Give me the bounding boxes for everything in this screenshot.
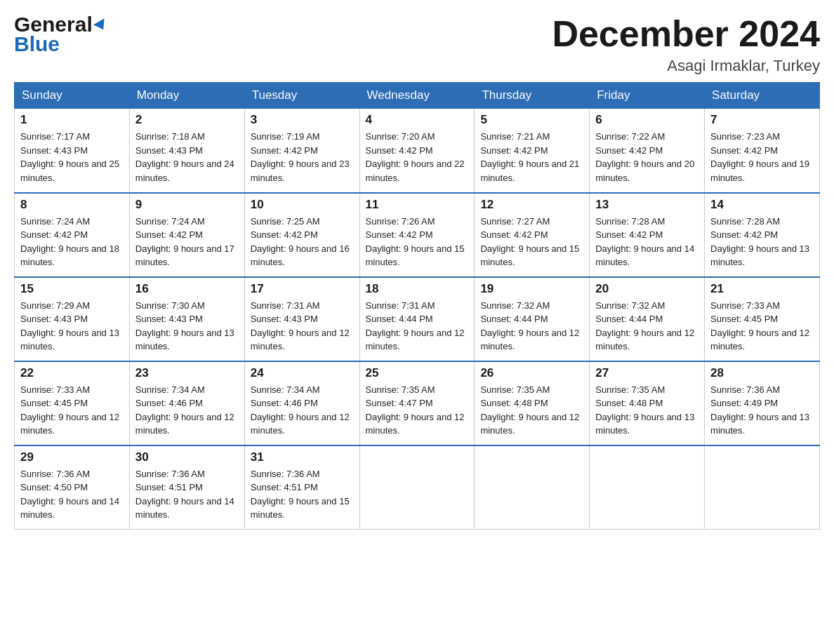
- day-number-19: 19: [480, 282, 583, 296]
- header-tuesday: Tuesday: [244, 83, 359, 109]
- week-row-4: 22Sunrise: 7:33 AMSunset: 4:45 PMDayligh…: [15, 361, 820, 445]
- day-cell-28: 28Sunrise: 7:36 AMSunset: 4:49 PMDayligh…: [705, 361, 820, 445]
- day-info-19: Sunrise: 7:32 AMSunset: 4:44 PMDaylight:…: [480, 299, 583, 354]
- day-info-2: Sunrise: 7:18 AMSunset: 4:43 PMDaylight:…: [135, 130, 239, 185]
- day-number-3: 3: [251, 113, 354, 127]
- day-cell-18: 18Sunrise: 7:31 AMSunset: 4:44 PMDayligh…: [359, 277, 475, 361]
- day-number-11: 11: [366, 198, 469, 212]
- day-cell-20: 20Sunrise: 7:32 AMSunset: 4:44 PMDayligh…: [590, 277, 705, 361]
- day-info-18: Sunrise: 7:31 AMSunset: 4:44 PMDaylight:…: [366, 299, 469, 354]
- day-cell-6: 6Sunrise: 7:22 AMSunset: 4:42 PMDaylight…: [590, 109, 705, 193]
- day-cell-31: 31Sunrise: 7:36 AMSunset: 4:51 PMDayligh…: [244, 445, 359, 530]
- logo: General Blue: [14, 14, 107, 55]
- day-info-21: Sunrise: 7:33 AMSunset: 4:45 PMDaylight:…: [710, 299, 814, 354]
- day-number-7: 7: [710, 113, 814, 127]
- day-number-16: 16: [135, 282, 239, 296]
- day-info-14: Sunrise: 7:28 AMSunset: 4:42 PMDaylight:…: [710, 215, 814, 269]
- day-number-20: 20: [595, 282, 699, 296]
- day-info-12: Sunrise: 7:27 AMSunset: 4:42 PMDaylight:…: [480, 215, 583, 269]
- day-cell-29: 29Sunrise: 7:36 AMSunset: 4:50 PMDayligh…: [15, 445, 130, 530]
- day-cell-12: 12Sunrise: 7:27 AMSunset: 4:42 PMDayligh…: [475, 193, 590, 277]
- day-number-8: 8: [20, 198, 124, 212]
- day-info-5: Sunrise: 7:21 AMSunset: 4:42 PMDaylight:…: [480, 130, 583, 185]
- day-cell-15: 15Sunrise: 7:29 AMSunset: 4:43 PMDayligh…: [15, 277, 130, 361]
- day-cell-9: 9Sunrise: 7:24 AMSunset: 4:42 PMDaylight…: [129, 193, 244, 277]
- logo-line2: Blue: [14, 34, 107, 55]
- day-number-14: 14: [710, 198, 814, 212]
- header-monday: Monday: [129, 83, 244, 109]
- day-number-18: 18: [366, 282, 469, 296]
- day-number-12: 12: [480, 198, 583, 212]
- day-info-9: Sunrise: 7:24 AMSunset: 4:42 PMDaylight:…: [135, 215, 239, 269]
- month-title: December 2024: [552, 14, 820, 54]
- day-number-21: 21: [710, 282, 814, 296]
- day-number-4: 4: [366, 113, 469, 127]
- day-info-22: Sunrise: 7:33 AMSunset: 4:45 PMDaylight:…: [20, 383, 124, 438]
- day-info-25: Sunrise: 7:35 AMSunset: 4:47 PMDaylight:…: [366, 383, 469, 438]
- week-row-1: 1Sunrise: 7:17 AMSunset: 4:43 PMDaylight…: [15, 109, 820, 193]
- day-cell-2: 2Sunrise: 7:18 AMSunset: 4:43 PMDaylight…: [129, 109, 244, 193]
- day-info-15: Sunrise: 7:29 AMSunset: 4:43 PMDaylight:…: [20, 299, 124, 354]
- day-cell-25: 25Sunrise: 7:35 AMSunset: 4:47 PMDayligh…: [359, 361, 475, 445]
- day-number-28: 28: [710, 366, 814, 380]
- empty-cell: [359, 445, 475, 530]
- day-info-31: Sunrise: 7:36 AMSunset: 4:51 PMDaylight:…: [251, 467, 354, 522]
- empty-cell: [590, 445, 705, 530]
- header-wednesday: Wednesday: [359, 83, 475, 109]
- day-number-25: 25: [366, 366, 469, 380]
- day-cell-1: 1Sunrise: 7:17 AMSunset: 4:43 PMDaylight…: [15, 109, 130, 193]
- day-cell-27: 27Sunrise: 7:35 AMSunset: 4:48 PMDayligh…: [590, 361, 705, 445]
- header-friday: Friday: [590, 83, 705, 109]
- day-cell-8: 8Sunrise: 7:24 AMSunset: 4:42 PMDaylight…: [15, 193, 130, 277]
- day-cell-22: 22Sunrise: 7:33 AMSunset: 4:45 PMDayligh…: [15, 361, 130, 445]
- day-info-28: Sunrise: 7:36 AMSunset: 4:49 PMDaylight:…: [710, 383, 814, 438]
- day-info-30: Sunrise: 7:36 AMSunset: 4:51 PMDaylight:…: [135, 467, 239, 522]
- day-info-4: Sunrise: 7:20 AMSunset: 4:42 PMDaylight:…: [366, 130, 469, 185]
- day-number-9: 9: [135, 198, 239, 212]
- day-number-29: 29: [20, 450, 124, 464]
- day-number-13: 13: [595, 198, 699, 212]
- day-info-27: Sunrise: 7:35 AMSunset: 4:48 PMDaylight:…: [595, 383, 699, 438]
- day-cell-23: 23Sunrise: 7:34 AMSunset: 4:46 PMDayligh…: [129, 361, 244, 445]
- day-info-1: Sunrise: 7:17 AMSunset: 4:43 PMDaylight:…: [20, 130, 124, 185]
- day-number-10: 10: [251, 198, 354, 212]
- header-sunday: Sunday: [15, 83, 130, 109]
- logo-arrow-icon: [95, 14, 107, 35]
- day-info-6: Sunrise: 7:22 AMSunset: 4:42 PMDaylight:…: [595, 130, 699, 185]
- day-cell-30: 30Sunrise: 7:36 AMSunset: 4:51 PMDayligh…: [129, 445, 244, 530]
- location: Asagi Irmaklar, Turkey: [552, 57, 820, 75]
- day-cell-10: 10Sunrise: 7:25 AMSunset: 4:42 PMDayligh…: [244, 193, 359, 277]
- day-number-5: 5: [480, 113, 583, 127]
- day-cell-5: 5Sunrise: 7:21 AMSunset: 4:42 PMDaylight…: [475, 109, 590, 193]
- day-number-15: 15: [20, 282, 124, 296]
- day-cell-19: 19Sunrise: 7:32 AMSunset: 4:44 PMDayligh…: [475, 277, 590, 361]
- header-saturday: Saturday: [705, 83, 820, 109]
- day-cell-24: 24Sunrise: 7:34 AMSunset: 4:46 PMDayligh…: [244, 361, 359, 445]
- day-info-8: Sunrise: 7:24 AMSunset: 4:42 PMDaylight:…: [20, 215, 124, 269]
- day-cell-13: 13Sunrise: 7:28 AMSunset: 4:42 PMDayligh…: [590, 193, 705, 277]
- calendar-table: SundayMondayTuesdayWednesdayThursdayFrid…: [14, 82, 820, 530]
- day-cell-11: 11Sunrise: 7:26 AMSunset: 4:42 PMDayligh…: [359, 193, 475, 277]
- day-info-23: Sunrise: 7:34 AMSunset: 4:46 PMDaylight:…: [135, 383, 239, 438]
- day-info-26: Sunrise: 7:35 AMSunset: 4:48 PMDaylight:…: [480, 383, 583, 438]
- day-number-30: 30: [135, 450, 239, 464]
- title-block: December 2024 Asagi Irmaklar, Turkey: [552, 14, 820, 75]
- header-thursday: Thursday: [475, 83, 590, 109]
- day-info-3: Sunrise: 7:19 AMSunset: 4:42 PMDaylight:…: [251, 130, 354, 185]
- day-number-24: 24: [251, 366, 354, 380]
- week-row-5: 29Sunrise: 7:36 AMSunset: 4:50 PMDayligh…: [15, 445, 820, 530]
- calendar-header-row: SundayMondayTuesdayWednesdayThursdayFrid…: [15, 83, 820, 109]
- day-cell-16: 16Sunrise: 7:30 AMSunset: 4:43 PMDayligh…: [129, 277, 244, 361]
- day-number-26: 26: [480, 366, 583, 380]
- day-cell-7: 7Sunrise: 7:23 AMSunset: 4:42 PMDaylight…: [705, 109, 820, 193]
- day-number-23: 23: [135, 366, 239, 380]
- empty-cell: [705, 445, 820, 530]
- day-cell-3: 3Sunrise: 7:19 AMSunset: 4:42 PMDaylight…: [244, 109, 359, 193]
- day-number-6: 6: [595, 113, 699, 127]
- day-info-24: Sunrise: 7:34 AMSunset: 4:46 PMDaylight:…: [251, 383, 354, 438]
- day-number-22: 22: [20, 366, 124, 380]
- day-number-2: 2: [135, 113, 239, 127]
- page-header: General Blue December 2024 Asagi Irmakla…: [14, 14, 820, 75]
- day-cell-14: 14Sunrise: 7:28 AMSunset: 4:42 PMDayligh…: [705, 193, 820, 277]
- day-info-13: Sunrise: 7:28 AMSunset: 4:42 PMDaylight:…: [595, 215, 699, 269]
